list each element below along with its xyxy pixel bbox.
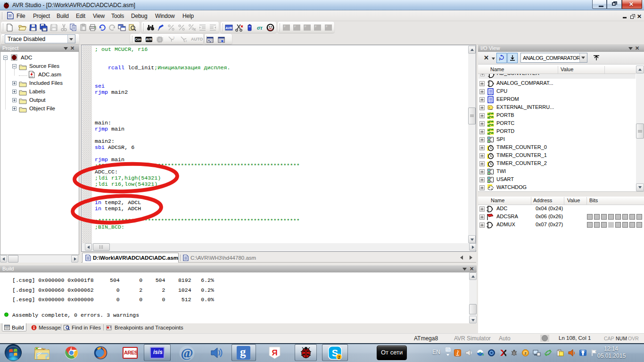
svg-text:2: 2 <box>185 40 187 42</box>
svg-text:F: F <box>326 25 328 28</box>
svg-text:F: F <box>315 25 317 28</box>
svg-text:2: 2 <box>524 351 527 355</box>
svg-text:AVR: AVR <box>225 26 232 30</box>
svg-text:Я: Я <box>272 348 277 357</box>
svg-text:στ: στ <box>257 25 263 31</box>
svg-text:F: F <box>284 25 286 28</box>
svg-text:F: F <box>305 25 306 28</box>
svg-text:2: 2 <box>338 355 340 360</box>
svg-text:F: F <box>294 25 296 28</box>
svg-text:@: @ <box>181 346 193 360</box>
svg-text:2: 2 <box>173 36 174 39</box>
svg-text:Con: Con <box>135 38 141 41</box>
svg-text:AVR: AVR <box>146 38 152 41</box>
svg-text:T: T <box>499 58 501 61</box>
